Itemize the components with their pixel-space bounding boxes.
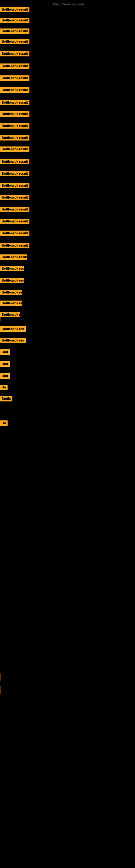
- bottleneck-badge-14: Bottleneck result: [0, 159, 30, 164]
- bottleneck-badge-9: Bottleneck result: [0, 100, 30, 105]
- bottleneck-badge-6: Bottleneck result: [0, 63, 30, 69]
- bottleneck-badge-4: Bottleneck result: [0, 39, 30, 44]
- bottleneck-badge-10: Bottleneck result: [0, 111, 30, 117]
- bottleneck-badge-1: Bottleneck result: [0, 7, 30, 12]
- bottleneck-badge-21: Bottleneck result: [0, 243, 30, 248]
- vertical-line-28: [1, 316, 1, 321]
- bottleneck-badge-30: Bottleneck res: [0, 338, 26, 343]
- bottleneck-badge-26: Bottleneck result: [0, 301, 21, 306]
- bottleneck-badge-13: Bottleneck result: [0, 147, 30, 152]
- bottleneck-badge-19: Bottleneck result: [0, 219, 30, 224]
- bottom-line-1: [1, 673, 1, 681]
- bottleneck-badge-31: Bott: [0, 349, 10, 355]
- bottleneck-badge-23: Bottleneck result: [0, 266, 24, 271]
- bottleneck-badge-5: Bottleneck result: [0, 51, 30, 56]
- bottleneck-badge-27: Bottleneck result: [0, 312, 20, 317]
- bottleneck-badge-18: Bottleneck result: [0, 207, 30, 212]
- bottleneck-badge-24: Bottleneck result: [0, 278, 24, 283]
- bottleneck-badge-17: Bottleneck result: [0, 195, 30, 200]
- bottleneck-badge-3: Bottleneck result: [0, 29, 30, 34]
- bottleneck-badge-7: Bottleneck result: [0, 75, 30, 81]
- bottleneck-badge-8: Bottleneck result: [0, 87, 30, 93]
- bottleneck-badge-35: Bottle: [0, 396, 12, 401]
- bottleneck-badge-2: Bottleneck result: [0, 18, 30, 23]
- bottleneck-badge-25: Bottleneck result: [0, 290, 21, 295]
- bottleneck-badge-22: Bottleneck result: [0, 254, 27, 260]
- bottleneck-badge-33: Bott: [0, 373, 10, 379]
- bottom-line-2: [1, 686, 1, 694]
- bottleneck-badge-32: Bott: [0, 361, 10, 367]
- bottleneck-badge-15: Bottleneck result: [0, 171, 30, 176]
- bottleneck-badge-11: Bottleneck result: [0, 123, 30, 129]
- bottleneck-badge-12: Bottleneck result: [0, 135, 30, 141]
- bottleneck-badge-20: Bottleneck result: [0, 230, 30, 236]
- bottleneck-badge-34: Bo: [0, 384, 8, 390]
- bottleneck-badge-16: Bottleneck result: [0, 183, 30, 188]
- bottleneck-badge-29: Bottleneck res: [0, 326, 26, 332]
- site-title: TheBottlenecker.com: [0, 2, 135, 6]
- bottleneck-badge-36: Bo: [0, 421, 8, 426]
